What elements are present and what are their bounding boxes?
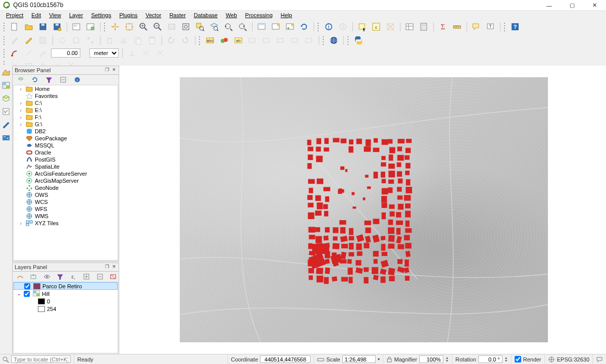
menu-edit[interactable]: Edit [27, 12, 45, 19]
show-bookmarks-button[interactable] [284, 21, 296, 33]
current-edits-button[interactable] [9, 34, 21, 46]
browser-collapse-button[interactable] [57, 74, 69, 86]
browser-item[interactable]: MSSQL [14, 142, 118, 149]
zoom-to-layer-button[interactable] [208, 21, 220, 33]
map-canvas[interactable] [180, 77, 548, 342]
move-label-button[interactable] [275, 34, 287, 46]
select-by-expression-button[interactable]: ε [370, 21, 382, 33]
zoom-out-button[interactable] [152, 21, 164, 33]
new-bookmark-button[interactable] [270, 21, 282, 33]
messages-icon[interactable] [596, 356, 603, 363]
cad-parallel-button[interactable] [37, 47, 49, 59]
add-delimited-text-button[interactable]: V° [1, 106, 12, 117]
cad-perpendicular-button[interactable] [126, 47, 138, 59]
scale-dropdown-icon[interactable]: ▾ [378, 357, 380, 361]
magnifier-step-down[interactable]: ▼ [445, 359, 449, 362]
layers-add-group-button[interactable] [28, 271, 39, 283]
menu-web[interactable]: Web [222, 12, 241, 19]
browser-properties-button[interactable]: i [71, 74, 83, 86]
browser-item[interactable]: ›XYZ Tiles [14, 220, 118, 227]
add-feature-button[interactable] [56, 34, 68, 46]
status-rotation-value[interactable] [478, 355, 502, 363]
metasearch-button[interactable] [328, 34, 340, 46]
diagram-tool-button[interactable] [218, 34, 230, 46]
delete-selected-button[interactable] [104, 34, 116, 46]
cad-distance-input[interactable] [51, 48, 80, 58]
locator-input[interactable] [11, 355, 71, 363]
browser-item[interactable]: Favorites [14, 92, 118, 99]
save-as-button[interactable] [51, 21, 63, 33]
browser-item[interactable]: PostGIS [14, 156, 118, 163]
identify-button[interactable]: i [323, 21, 335, 33]
zoom-in-button[interactable] [137, 21, 149, 33]
layer-visibility-checkbox[interactable] [24, 291, 30, 297]
add-mesh-layer-button[interactable] [1, 93, 12, 104]
select-features-button[interactable] [356, 21, 368, 33]
menu-processing[interactable]: Processing [241, 12, 276, 19]
save-edits-button[interactable] [37, 34, 49, 46]
browser-item[interactable]: ›Home [14, 85, 118, 92]
browser-add-layer-button[interactable] [15, 74, 27, 86]
crs-icon[interactable] [548, 356, 555, 363]
cad-y-button[interactable] [154, 47, 166, 59]
layer-row[interactable]: ⌄Hill [14, 290, 118, 297]
add-raster-layer-button[interactable] [1, 80, 12, 91]
browser-item[interactable]: ›C:\ [14, 99, 118, 107]
browser-panel-close-button[interactable]: ✕ [111, 66, 118, 73]
toggle-editing-button[interactable] [23, 34, 35, 46]
menu-plugins[interactable]: Plugins [115, 12, 141, 19]
add-wms-layer-button[interactable] [1, 132, 12, 143]
add-vector-layer-button[interactable] [1, 67, 12, 78]
copy-features-button[interactable] [132, 34, 144, 46]
pan-to-selection-button[interactable] [123, 21, 135, 33]
help-button[interactable]: ? [509, 21, 521, 33]
browser-item[interactable]: ›E:\ [14, 107, 118, 114]
cad-x-button[interactable] [140, 47, 152, 59]
lock-icon[interactable] [386, 356, 392, 362]
layers-expand-button[interactable] [81, 271, 92, 283]
pan-button[interactable] [109, 21, 121, 33]
browser-item[interactable]: WCS [14, 198, 118, 205]
browser-filter-button[interactable] [43, 74, 55, 86]
browser-panel-float-button[interactable]: ❐ [104, 66, 111, 73]
cad-distance-units[interactable]: meters [89, 48, 119, 58]
rotate-label-button[interactable] [289, 34, 301, 46]
move-feature-button[interactable] [70, 34, 82, 46]
status-magnifier-value[interactable] [419, 355, 443, 363]
menu-vector[interactable]: Vector [141, 12, 165, 19]
rotation-step-down[interactable]: ▼ [504, 359, 508, 362]
zoom-next-button[interactable] [236, 21, 248, 33]
browser-item[interactable]: WMS [14, 213, 118, 220]
browser-item[interactable]: DB2 [14, 128, 118, 135]
layers-style-button[interactable] [15, 271, 26, 283]
zoom-full-button[interactable] [180, 21, 192, 33]
layers-visibility-button[interactable] [41, 271, 53, 283]
measure-button[interactable] [451, 21, 463, 33]
highlight-label-button[interactable]: ab [232, 34, 244, 46]
undo-button[interactable] [165, 34, 177, 46]
menu-database[interactable]: Database [190, 12, 222, 19]
cut-features-button[interactable] [118, 34, 130, 46]
browser-item[interactable]: ArcGisFeatureServer [14, 170, 118, 177]
browser-item[interactable]: ArcGisMapServer [14, 177, 118, 184]
layer-row[interactable]: Parco De Retiro [14, 282, 118, 290]
menu-help[interactable]: Help [277, 12, 296, 19]
add-postgis-layer-button[interactable] [1, 119, 12, 130]
annotation-button[interactable]: T [484, 21, 496, 33]
layers-panel-close-button[interactable]: ✕ [111, 263, 118, 270]
node-tool-button[interactable] [84, 34, 96, 46]
status-coordinate-value[interactable] [260, 355, 311, 363]
field-calculator-button[interactable] [418, 21, 430, 33]
layers-expression-button[interactable]: ε, [68, 271, 79, 283]
layers-panel-float-button[interactable]: ❐ [104, 263, 111, 270]
layers-tree[interactable]: Parco De Retiro⌄Hill0254 [13, 282, 118, 353]
browser-item[interactable]: ›G:\ [14, 121, 118, 128]
layers-filter-button[interactable] [55, 271, 66, 283]
python-console-button[interactable] [352, 34, 365, 46]
map-tips-button[interactable] [470, 21, 482, 33]
browser-item[interactable]: ›F:\ [14, 114, 118, 121]
menu-project[interactable]: Project [2, 12, 27, 19]
cad-construction-button[interactable] [23, 47, 35, 59]
redo-button[interactable] [179, 34, 191, 46]
open-project-button[interactable] [23, 21, 35, 33]
